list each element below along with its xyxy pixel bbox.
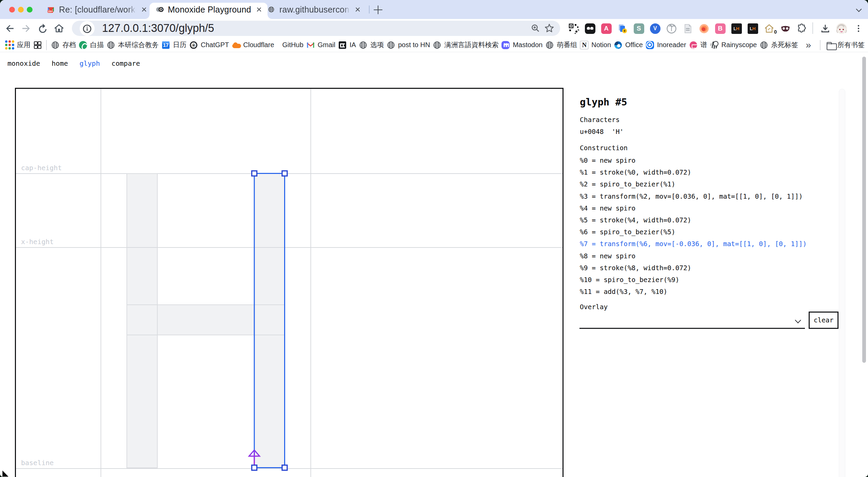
- site-info-icon[interactable]: [82, 23, 93, 34]
- reader-orange-extension-icon[interactable]: [696, 22, 712, 35]
- calendar-date-glyph: 17: [162, 41, 170, 49]
- bookmark-item[interactable]: GitHub: [276, 39, 305, 51]
- construction-code: %0 = new spiro%1 = stroke(%0, width=0.07…: [580, 155, 807, 298]
- tab-search-chevron-icon[interactable]: [855, 5, 864, 14]
- window-maximize-button[interactable]: [27, 7, 33, 13]
- tab-raw-githubusercontent[interactable]: raw.githubusercontent.com/b: [261, 0, 366, 19]
- construction-line[interactable]: %5 = stroke(%4, width=0.072): [580, 214, 807, 226]
- home-button[interactable]: [54, 23, 64, 34]
- construction-line[interactable]: %11 = add(%3, %7, %10): [580, 286, 807, 298]
- glyph-editor-canvas[interactable]: cap-height x-height baseline: [15, 88, 564, 477]
- window-minimize-button[interactable]: [18, 7, 24, 13]
- bookmark-star-icon[interactable]: [544, 23, 555, 34]
- home-assistant-extension-icon[interactable]: 0: [761, 22, 777, 35]
- office-icon: [614, 41, 623, 49]
- back-button[interactable]: [4, 23, 15, 34]
- tab-strip: 100+ Re: [cloudflare/workers-sdk] M Mono…: [0, 0, 868, 19]
- bookmark-item[interactable]: ChatGPT: [188, 39, 230, 51]
- bookmarks-bar: 应用 存档 白描: [0, 38, 868, 52]
- bookmark-item[interactable]: Gmail: [305, 39, 337, 51]
- dark-reader-extension-icon[interactable]: [582, 22, 598, 35]
- new-tab-button[interactable]: [372, 4, 384, 16]
- zoom-icon[interactable]: [530, 23, 541, 34]
- palm-tree-extension-icon[interactable]: [663, 22, 679, 35]
- bookmark-item[interactable]: Inoreader: [644, 39, 688, 51]
- overlay-label: Overlay: [580, 303, 608, 311]
- characters-value: u+0048 'H': [580, 128, 624, 136]
- mask-extension-icon[interactable]: [777, 22, 793, 35]
- construction-line[interactable]: %1 = stroke(%0, width=0.072): [580, 166, 807, 178]
- immersive-translate-extension-icon[interactable]: A: [598, 22, 614, 35]
- bookmarks-right: » 所有书签: [806, 39, 868, 51]
- url-text[interactable]: 127.0.0.1:3070/glyph/5: [102, 21, 214, 36]
- bookmark-label: IA: [350, 41, 356, 49]
- construction-line[interactable]: %8 = new spiro: [580, 250, 807, 262]
- bookmark-item[interactable]: Cloudflare: [230, 39, 275, 51]
- bookmark-item[interactable]: IA: [337, 39, 357, 51]
- extension-letter: V: [650, 23, 660, 34]
- all-bookmarks-folder[interactable]: 所有书签: [825, 39, 866, 51]
- construction-line[interactable]: %4 = new spiro: [580, 202, 807, 214]
- nav-glyph[interactable]: glyph: [80, 59, 100, 67]
- tab-close-icon[interactable]: [353, 4, 363, 15]
- bookmark-item[interactable]: Office: [612, 39, 644, 51]
- bookmark-item[interactable]: 谱: [688, 39, 709, 51]
- nav-home[interactable]: home: [52, 59, 68, 67]
- tab-monoxide-playground[interactable]: M Monoxide Playground: [150, 0, 268, 19]
- bookmark-item[interactable]: 本研综合教务: [105, 39, 160, 51]
- mouse-cursor: [0, 469, 14, 477]
- bookmark-item[interactable]: 存档: [43, 39, 77, 51]
- extension-icon-box: LH: [748, 23, 758, 34]
- construction-line[interactable]: %3 = transform(%2, mov=[0.036, 0], mat=[…: [580, 191, 807, 202]
- glyph-title: glyph #5: [580, 96, 627, 108]
- construction-line[interactable]: %10 = spiro_to_bezier(%9): [580, 274, 807, 286]
- qr-scanner-extension-icon[interactable]: [566, 22, 582, 35]
- window-close-button[interactable]: [9, 7, 15, 13]
- bookmark-item[interactable]: 选项: [357, 39, 385, 51]
- overlay-clear-button[interactable]: clear: [809, 312, 839, 329]
- extension-letter: LH: [750, 26, 755, 31]
- profile-avatar[interactable]: [836, 23, 847, 34]
- overlay-select[interactable]: [579, 313, 805, 329]
- tab-gmail[interactable]: 100+ Re: [cloudflare/workers-sdk]: [41, 0, 153, 19]
- lh-black-extension-icon[interactable]: LH: [728, 22, 745, 35]
- bookmark-item[interactable]: Rainyscope: [709, 39, 758, 51]
- menu-three-dots-icon[interactable]: [853, 23, 864, 34]
- v-circle-extension-icon[interactable]: V: [647, 22, 663, 35]
- extension-letter: A: [601, 23, 612, 34]
- extensions-puzzle-icon[interactable]: [793, 22, 810, 35]
- bookmark-item[interactable]: [32, 39, 43, 51]
- monoxide-favicon-letter: M: [160, 8, 162, 12]
- sage-extension-icon[interactable]: S: [631, 22, 647, 35]
- construction-line[interactable]: %2 = spiro_to_bezier(%1): [580, 178, 807, 190]
- glyph-h-fill: [127, 174, 285, 468]
- tab-close-icon[interactable]: [139, 4, 149, 15]
- copy-docs-extension-icon[interactable]: [614, 22, 631, 35]
- construction-line[interactable]: %0 = new spiro: [580, 155, 807, 166]
- mastodon-icon: [501, 41, 510, 49]
- forward-button[interactable]: [21, 23, 32, 34]
- download-icon[interactable]: [820, 23, 831, 34]
- lh-black-2-extension-icon[interactable]: LH: [745, 22, 761, 35]
- bookmarks-overflow-chevron[interactable]: »: [806, 40, 811, 51]
- reload-button[interactable]: [37, 23, 48, 34]
- bookmark-item[interactable]: Mastodon: [500, 39, 544, 51]
- bookmark-item[interactable]: 萌番组: [544, 39, 578, 51]
- construction-line[interactable]: %6 = spiro_to_bezier(%5): [580, 226, 807, 238]
- bookmark-item[interactable]: 杀死标签: [758, 39, 800, 51]
- nav-monoxide[interactable]: monoxide: [7, 59, 40, 67]
- bookmark-item[interactable]: 满洲言語資料検索: [431, 39, 500, 51]
- construction-line[interactable]: %7 = transform(%6, mov=[-0.036, 0], mat=…: [580, 238, 807, 250]
- nav-compare[interactable]: compare: [112, 59, 140, 67]
- bookmark-item[interactable]: 应用: [4, 39, 32, 51]
- bookmark-item[interactable]: post to HN: [385, 39, 431, 51]
- b-pink-extension-icon[interactable]: B: [712, 22, 728, 35]
- bookmark-label: 本研综合教务: [118, 40, 159, 49]
- page-scrollbar-thumb[interactable]: [862, 57, 866, 363]
- bookmark-item[interactable]: 17 日历: [160, 39, 188, 51]
- bookmarks-separator: [820, 40, 821, 50]
- bookmark-item[interactable]: N Notion: [578, 39, 612, 51]
- bookmark-item[interactable]: 白描: [77, 39, 105, 51]
- construction-line[interactable]: %9 = stroke(%8, width=0.072): [580, 262, 807, 274]
- document-extension-icon[interactable]: [679, 22, 696, 35]
